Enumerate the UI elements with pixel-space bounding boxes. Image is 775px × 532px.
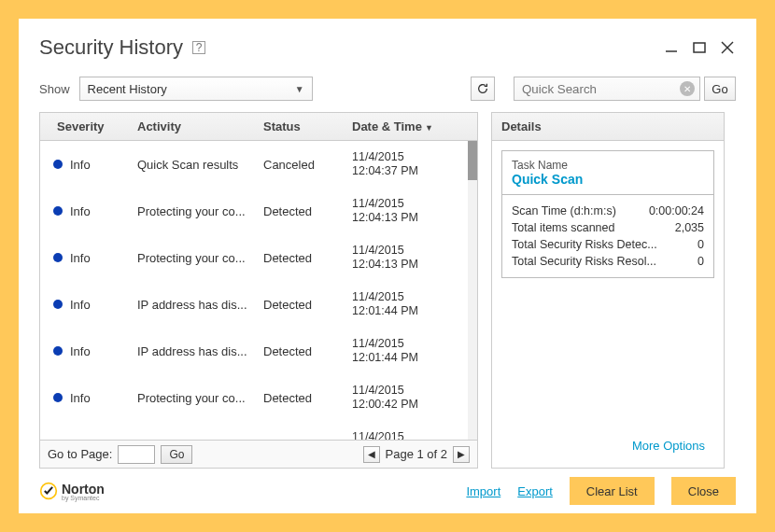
severity-dot-icon	[53, 206, 63, 216]
stat-value: 2,035	[675, 221, 704, 234]
activity-value: Protecting your co...	[134, 245, 260, 271]
status-value: Detected	[260, 339, 348, 364]
close-dialog-button[interactable]: Close	[671, 477, 736, 505]
stat-label: Scan Time (d:h:m:s)	[512, 204, 616, 217]
next-page-button[interactable]: ▶	[453, 446, 470, 463]
goto-page-input[interactable]	[118, 445, 155, 464]
maximize-button[interactable]	[691, 39, 708, 56]
titlebar: Security History ?	[19, 19, 756, 69]
severity-value: Info	[70, 391, 91, 405]
dropdown-value: Recent History	[88, 82, 167, 96]
details-box: Task Name Quick Scan Scan Time (d:h:m:s)…	[501, 150, 714, 278]
severity-value: Info	[70, 204, 91, 218]
activity-value: Quick Scan results	[134, 152, 260, 177]
activity-value: IP address has dis...	[134, 339, 260, 364]
stat-label: Total items scanned	[512, 221, 614, 234]
search-go-button[interactable]: Go	[704, 77, 736, 101]
table-row[interactable]: InfoProtecting your co...Detected11/4/20…	[40, 234, 477, 281]
task-name-label: Task Name	[512, 159, 704, 172]
show-label: Show	[39, 82, 70, 96]
close-button[interactable]	[719, 39, 736, 56]
severity-value: Info	[70, 298, 91, 312]
severity-dot-icon	[53, 253, 63, 262]
clear-search-icon[interactable]: ✕	[680, 81, 695, 96]
col-datetime[interactable]: Date & Time▼	[348, 114, 442, 139]
datetime-value: 11/4/201512:04:13 PM	[348, 191, 442, 231]
history-table-panel: Severity Activity Status Date & Time▼ In…	[39, 112, 478, 469]
footer: Norton by Symantec Import Export Clear L…	[19, 469, 756, 513]
severity-value: Info	[70, 438, 91, 441]
scrollbar-thumb[interactable]	[468, 141, 477, 180]
col-activity[interactable]: Activity	[134, 114, 260, 139]
more-options-link[interactable]: More Options	[501, 433, 714, 458]
status-value: Detected	[260, 199, 348, 224]
status-value: Detected	[260, 245, 348, 271]
stat-label: Total Security Risks Detec...	[512, 238, 657, 251]
activity-value: Protecting your co...	[134, 385, 260, 411]
table-row[interactable]: InfoProtecting your co...Detected11/4/20…	[40, 188, 477, 234]
severity-dot-icon	[53, 160, 63, 169]
table-row[interactable]: InfoProtecting your co...Detected11/4/20…	[40, 374, 477, 421]
activity-value: Protecting your co...	[134, 199, 260, 224]
refresh-button[interactable]	[471, 77, 495, 101]
pager: Go to Page: Go ◀ Page 1 of 2 ▶	[40, 440, 477, 468]
datetime-value: 11/4/201512:00:42 PM	[348, 378, 442, 417]
col-severity[interactable]: Severity	[40, 114, 134, 139]
goto-page-label: Go to Page:	[48, 447, 112, 461]
datetime-value: 11/4/201512:01:44 PM	[348, 331, 442, 371]
status-value: Detected	[260, 432, 348, 441]
security-history-window: Security History ? Show Recent History ▼…	[19, 19, 756, 513]
table-row[interactable]: InfoQuick Scan resultsCanceled11/4/20151…	[40, 141, 477, 188]
task-name-value: Quick Scan	[512, 172, 704, 187]
severity-value: Info	[70, 158, 91, 172]
status-value: Detected	[260, 292, 348, 317]
norton-check-icon	[39, 482, 58, 500]
toolbar: Show Recent History ▼ ✕ Go	[19, 69, 756, 108]
table-row[interactable]: InfoProtecting your co...Detected11/4/20…	[40, 421, 477, 440]
stat-row: Scan Time (d:h:m:s)0:00:00:24	[512, 203, 704, 219]
stat-value: 0:00:00:24	[649, 204, 704, 217]
help-icon[interactable]: ?	[192, 41, 205, 54]
clear-list-button[interactable]: Clear List	[570, 477, 655, 505]
prev-page-button[interactable]: ◀	[363, 446, 380, 463]
table-row[interactable]: InfoIP address has dis...Detected11/4/20…	[40, 281, 477, 328]
severity-value: Info	[70, 251, 91, 265]
sort-desc-icon: ▼	[425, 123, 433, 133]
severity-dot-icon	[53, 346, 63, 356]
severity-value: Info	[70, 344, 91, 358]
show-dropdown[interactable]: Recent History ▼	[79, 77, 313, 101]
page-indicator: Page 1 of 2	[386, 447, 448, 461]
status-value: Canceled	[260, 152, 348, 177]
scrollbar-track[interactable]	[468, 141, 477, 440]
stat-value: 0	[698, 255, 704, 268]
datetime-value: 11/4/201512:04:37 PM	[348, 145, 442, 184]
datetime-value: 11/4/201512:04:13 PM	[348, 238, 442, 277]
chevron-down-icon: ▼	[295, 84, 304, 94]
export-link[interactable]: Export	[517, 484, 553, 498]
search-input[interactable]	[514, 77, 700, 101]
details-panel: Details Task Name Quick Scan Scan Time (…	[491, 112, 725, 469]
minimize-button[interactable]	[663, 39, 680, 56]
stat-label: Total Security Risks Resol...	[512, 255, 656, 268]
import-link[interactable]: Import	[466, 484, 500, 498]
status-value: Detected	[260, 385, 348, 411]
severity-dot-icon	[53, 300, 63, 309]
table-body: InfoQuick Scan resultsCanceled11/4/20151…	[40, 141, 477, 440]
activity-value: IP address has dis...	[134, 292, 260, 317]
col-status[interactable]: Status	[260, 114, 348, 139]
datetime-value: 11/4/201512:00:41 PM	[348, 425, 442, 440]
goto-page-button[interactable]: Go	[161, 445, 192, 464]
stat-value: 0	[698, 238, 704, 251]
page-title: Security History	[39, 35, 183, 60]
severity-dot-icon	[53, 393, 63, 402]
norton-logo: Norton by Symantec	[39, 482, 105, 501]
details-header: Details	[492, 113, 724, 141]
brand-sub: by Symantec	[62, 495, 105, 501]
svg-rect-1	[694, 43, 705, 52]
stat-row: Total items scanned2,035	[512, 219, 704, 236]
table-header: Severity Activity Status Date & Time▼	[40, 113, 477, 141]
stat-row: Total Security Risks Detec...0	[512, 236, 704, 253]
activity-value: Protecting your co...	[134, 432, 260, 441]
table-row[interactable]: InfoIP address has dis...Detected11/4/20…	[40, 328, 477, 374]
stat-row: Total Security Risks Resol...0	[512, 253, 704, 270]
